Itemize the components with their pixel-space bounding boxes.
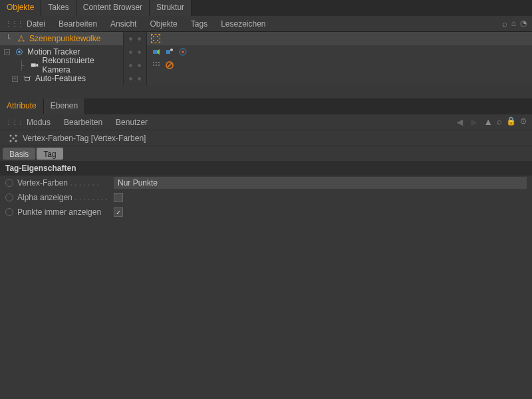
prop-alpha-anzeigen: Alpha anzeigen . . . . . . . . xyxy=(0,190,532,205)
object-menubar: ⋮⋮⋮ Datei Bearbeiten Ansicht Objekte Tag… xyxy=(0,16,532,32)
prop-label: Vertex-Farben . . . . . . . xyxy=(17,178,114,188)
svg-line-11 xyxy=(24,76,25,78)
search-icon[interactable]: ⌕ xyxy=(502,19,507,29)
tab-takes[interactable]: Takes xyxy=(41,0,76,16)
menu-bearbeiten[interactable]: Bearbeiten xyxy=(57,118,109,127)
forward-icon[interactable]: ► xyxy=(469,116,479,128)
prop-label: Punkte immer anzeigen xyxy=(17,207,114,217)
svg-point-33 xyxy=(10,140,12,142)
prop-label: Alpha anzeigen . . . . . . . . xyxy=(17,193,114,202)
animation-dot[interactable] xyxy=(5,208,13,216)
tags-area xyxy=(147,32,532,85)
svg-point-20 xyxy=(170,49,173,51)
tab-objekte[interactable]: Objekte xyxy=(0,0,41,16)
expand-icon[interactable]: − xyxy=(4,49,10,55)
visibility-toggles[interactable] xyxy=(124,45,146,59)
camera-icon xyxy=(29,60,40,70)
prop-punkte-anzeigen: Punkte immer anzeigen ✓ xyxy=(0,205,532,219)
object-panel: └ Szenenpunktewolke − Motion Tracker ├ R… xyxy=(0,32,532,85)
tab-struktur[interactable]: Struktur xyxy=(150,0,192,16)
subtab-basis[interactable]: Basis xyxy=(3,148,35,160)
tree-item-scene[interactable]: └ Szenenpunktewolke xyxy=(0,32,123,45)
menu-bearbeiten[interactable]: Bearbeiten xyxy=(52,19,104,29)
tree-item-camera[interactable]: ├ Rekonstruierte Kamera xyxy=(0,59,123,72)
back-icon[interactable]: ◄ xyxy=(454,116,465,128)
svg-point-13 xyxy=(153,36,154,37)
vertex-color-tag-icon xyxy=(8,133,19,144)
svg-point-24 xyxy=(156,62,157,63)
tree-branch-icon: ├ xyxy=(19,61,27,70)
section-header: Tag-Eigenschaften xyxy=(0,161,532,176)
svg-point-34 xyxy=(15,140,17,142)
svg-marker-9 xyxy=(35,63,38,66)
visibility-toggles[interactable] xyxy=(124,59,146,72)
null-icon xyxy=(22,73,33,84)
settings-icon[interactable]: ⊙ xyxy=(520,116,527,128)
svg-marker-18 xyxy=(157,49,160,55)
svg-point-14 xyxy=(157,36,158,37)
visibility-toggles[interactable] xyxy=(124,72,146,85)
visibility-toggles[interactable] xyxy=(124,32,146,45)
svg-point-27 xyxy=(156,65,157,66)
tag-icon-1[interactable] xyxy=(151,47,162,57)
tree-branch-icon: └ xyxy=(5,34,13,43)
grip-icon: ⋮⋮⋮ xyxy=(5,20,15,27)
svg-point-35 xyxy=(13,137,15,139)
subtab-tag[interactable]: Tag xyxy=(37,148,63,160)
tags-row xyxy=(147,59,532,72)
menu-tags[interactable]: Tags xyxy=(184,19,214,29)
vertex-color-tag-icon[interactable] xyxy=(151,34,160,43)
stop-icon[interactable] xyxy=(164,60,175,70)
eye-icon[interactable]: ◔ xyxy=(520,19,527,29)
menu-lesezeichen[interactable]: Lesezeichen xyxy=(214,19,272,29)
attribute-title: Vertex-Farben-Tag [Vertex-Farben] xyxy=(23,134,146,143)
tab-ebenen[interactable]: Ebenen xyxy=(44,98,85,114)
tree-label: Rekonstruierte Kamera xyxy=(43,56,123,74)
vertex-farben-dropdown[interactable]: Nur Punkte xyxy=(114,177,527,189)
subtabs: Basis Tag xyxy=(0,146,532,161)
tag-icon-3[interactable] xyxy=(178,47,188,57)
animation-dot[interactable] xyxy=(5,194,13,201)
menu-modus[interactable]: Modus xyxy=(20,118,57,127)
svg-point-23 xyxy=(153,62,154,63)
menu-benutzer[interactable]: Benutzer xyxy=(109,118,154,127)
svg-point-26 xyxy=(153,65,154,66)
svg-line-12 xyxy=(30,76,31,78)
up-icon[interactable]: ▲ xyxy=(483,116,493,128)
tags-row xyxy=(147,32,532,45)
top-tabs: Objekte Takes Content Browser Struktur xyxy=(0,0,532,16)
grip-icon: ⋮⋮⋮ xyxy=(5,118,15,126)
svg-line-3 xyxy=(19,37,22,41)
search-icon[interactable]: ⌕ xyxy=(497,116,502,128)
home-icon[interactable]: ⌂ xyxy=(511,19,516,29)
svg-point-16 xyxy=(157,40,158,41)
svg-point-25 xyxy=(158,62,160,63)
svg-rect-10 xyxy=(25,77,30,80)
tags-row xyxy=(147,45,532,59)
expand-icon[interactable]: + xyxy=(12,76,18,82)
svg-point-7 xyxy=(18,51,21,53)
prop-vertex-farben: Vertex-Farben . . . . . . . Nur Punkte xyxy=(0,176,532,190)
tree-label: Motion Tracker xyxy=(27,47,80,57)
menu-datei[interactable]: Datei xyxy=(20,19,52,29)
pointcloud-icon xyxy=(16,33,27,44)
svg-rect-8 xyxy=(31,63,35,66)
tab-attribute[interactable]: Attribute xyxy=(0,98,44,114)
menu-objekte[interactable]: Objekte xyxy=(143,19,184,29)
svg-point-22 xyxy=(182,51,184,53)
punkte-checkbox[interactable]: ✓ xyxy=(114,207,123,217)
tags-row xyxy=(147,72,532,85)
motion-tracker-icon xyxy=(14,47,25,57)
visibility-column xyxy=(123,32,147,85)
svg-rect-19 xyxy=(166,50,170,54)
attribute-menubar: ⋮⋮⋮ Modus Bearbeiten Benutzer ◄ ► ▲ ⌕ 🔒 … xyxy=(0,114,532,130)
lock-icon[interactable]: 🔒 xyxy=(506,116,516,128)
alpha-checkbox[interactable] xyxy=(114,193,123,202)
tag-icon-2[interactable] xyxy=(164,47,175,57)
svg-point-28 xyxy=(158,65,160,66)
tag-icon-4[interactable] xyxy=(151,60,162,70)
attribute-tabs: Attribute Ebenen xyxy=(0,98,532,114)
animation-dot[interactable] xyxy=(5,179,13,187)
menu-ansicht[interactable]: Ansicht xyxy=(104,19,143,29)
tab-content-browser[interactable]: Content Browser xyxy=(76,0,150,16)
